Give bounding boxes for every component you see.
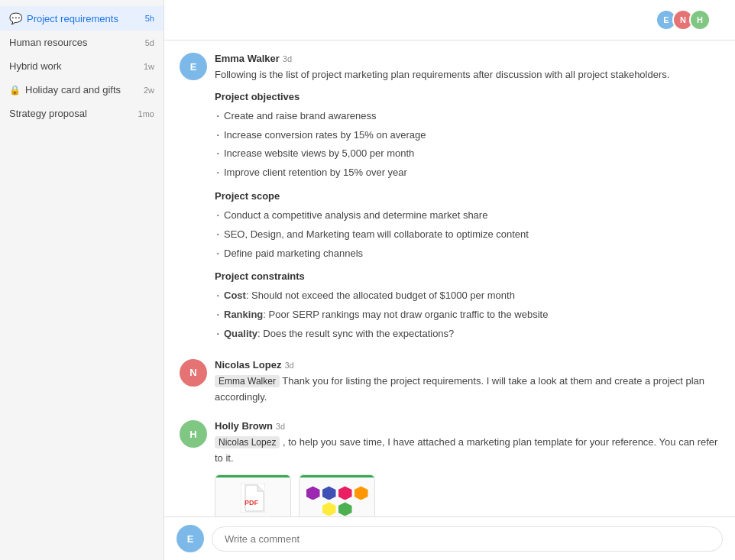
sidebar-item-time: 2w: [144, 86, 154, 95]
sidebar-item-strategy-proposal[interactable]: Strategy proposal1mo: [0, 102, 164, 125]
more-options-button[interactable]: [717, 17, 723, 23]
sidebar-item-label: Human resources: [9, 37, 138, 48]
message-author: Holly Brown: [215, 420, 273, 432]
sidebar-item-label: Strategy proposal: [9, 108, 131, 119]
list-item: Create and raise brand awareness: [215, 107, 720, 126]
message-intro: Following is the list of project marketi…: [215, 67, 720, 83]
sidebar-item-project-requirements[interactable]: 💬Project requirements5h: [0, 6, 164, 31]
sidebar: 💬Project requirements5hHuman resources5d…: [0, 0, 164, 560]
header-avatar-2[interactable]: H: [689, 9, 711, 31]
list-item: Conduct a competitive analysis and deter…: [215, 206, 720, 225]
section-title: Project scope: [215, 190, 720, 202]
attachment-progress-bar: [300, 475, 374, 477]
message-text: Emma Walker Thank you for listing the pr…: [215, 374, 720, 406]
attachment-progress-bar: [215, 475, 290, 477]
strategy-thumbnail: [300, 480, 374, 516]
svg-text:PDF: PDF: [244, 499, 259, 507]
message-body: Emma Walker3dFollowing is the list of pr…: [215, 53, 720, 344]
message-author: Nicolas Lopez: [215, 359, 281, 371]
attachment-card-0[interactable]: PDF Marketing-plan...Proof this file 2h: [215, 474, 291, 516]
message-avatar: E: [180, 53, 207, 80]
mention-tag: Emma Walker: [215, 375, 280, 387]
message-msg-2: NNicolas Lopez3dEmma Walker Thank you fo…: [180, 359, 720, 406]
list-item: Increase conversion rates by 15% on aver…: [215, 126, 720, 145]
constraint-item: Ranking: Poor SERP rankings may not draw…: [215, 306, 720, 325]
message-time: 3d: [276, 422, 285, 431]
avatar-group: ENH: [656, 9, 711, 31]
sidebar-item-holiday-card-gifts[interactable]: 🔒Holiday card and gifts2w: [0, 78, 164, 102]
message-avatar: N: [180, 359, 207, 387]
message-msg-3: HHolly Brown3dNicolas Lopez , to help yo…: [180, 420, 720, 516]
attachment-preview: [300, 475, 374, 516]
message-avatar: H: [180, 420, 207, 448]
list-item: Improve client retention by 15% over yea…: [215, 163, 720, 183]
pdf-icon: PDF: [241, 484, 265, 516]
bullet-list: Create and raise brand awarenessIncrease…: [215, 107, 720, 183]
comment-input[interactable]: [212, 526, 723, 552]
sidebar-item-label: Hybrid work: [9, 60, 136, 72]
message-msg-1: EEmma Walker3dFollowing is the list of p…: [180, 53, 720, 344]
list-item: SEO, Design, and Marketing team will col…: [215, 225, 720, 244]
sidebar-item-time: 5d: [145, 38, 154, 47]
mention-tag: Nicolas Lopez: [215, 436, 280, 448]
section-title: Project constraints: [215, 270, 720, 282]
constraint-item: Cost: Should not exceed the allocated bu…: [215, 286, 720, 306]
message-body: Nicolas Lopez3dEmma Walker Thank you for…: [215, 359, 720, 406]
sidebar-item-label: Holiday card and gifts: [25, 84, 136, 95]
header: ENH: [164, 0, 735, 40]
main-panel: ENH EEmma Walker3dFollowing is the list …: [164, 0, 735, 560]
message-time: 3d: [284, 361, 293, 370]
message-body: Holly Brown3dNicolas Lopez , to help you…: [215, 420, 720, 516]
sidebar-item-time: 5h: [145, 14, 154, 23]
message-time: 3d: [283, 54, 292, 63]
list-item: Define paid marketing channels: [215, 244, 720, 264]
list-item: Increase website views by 5,000 per mont…: [215, 144, 720, 163]
message-text: Nicolas Lopez , to help you save time, I…: [215, 435, 720, 467]
bullet-list: Conduct a competitive analysis and deter…: [215, 206, 720, 263]
sidebar-item-time: 1w: [144, 62, 154, 71]
chat-icon: 💬: [9, 12, 22, 24]
message-author: Emma Walker: [215, 53, 280, 64]
constraint-item: Quality: Does the result sync with the e…: [215, 325, 720, 344]
comment-bar: E: [164, 516, 735, 560]
lock-icon: 🔒: [9, 85, 21, 95]
attachment-card-1[interactable]: Marketing-stra...Proof this file 2h: [299, 474, 375, 516]
sidebar-item-human-resources[interactable]: Human resources5d: [0, 31, 164, 54]
sidebar-item-time: 1mo: [138, 109, 154, 118]
sidebar-item-hybrid-work[interactable]: Hybrid work1w: [0, 54, 164, 78]
section-title: Project objectives: [215, 91, 720, 102]
sidebar-item-label: Project requirements: [27, 13, 138, 24]
message-list: EEmma Walker3dFollowing is the list of p…: [164, 40, 735, 516]
attachment-preview: PDF: [215, 475, 290, 516]
attachments: PDF Marketing-plan...Proof this file 2hM…: [215, 474, 720, 516]
comment-user-avatar: E: [176, 525, 204, 552]
